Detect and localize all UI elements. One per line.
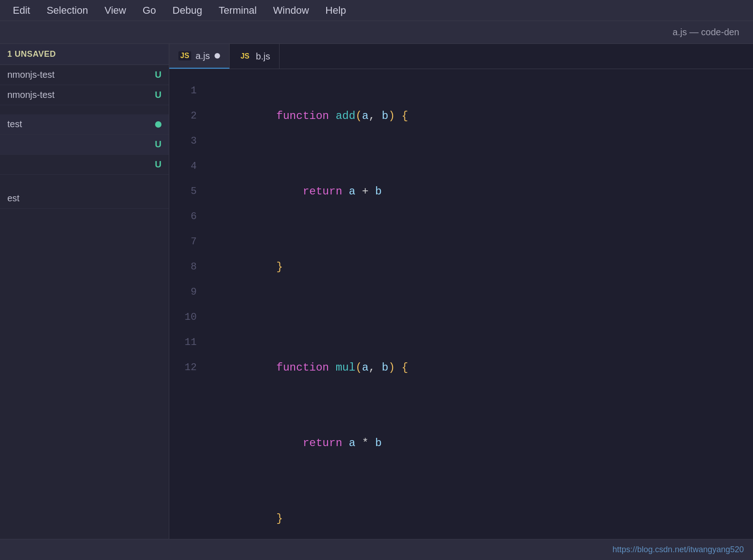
menu-bar: Edit Selection View Go Debug Terminal Wi…: [0, 0, 753, 21]
code-line-4: [210, 305, 744, 330]
line-num-10: 10: [169, 305, 206, 330]
line-num-12: 12: [169, 355, 206, 380]
main-layout: 1 UNSAVED nmonjs-test U nmonjs-test U te…: [0, 44, 753, 539]
line-num-5: 5: [169, 179, 206, 204]
line-num-1: 1: [169, 78, 206, 103]
modified-dot: [215, 53, 220, 59]
tab-b-js[interactable]: JS b.js: [230, 44, 280, 69]
unsaved-header: 1 UNSAVED: [0, 44, 169, 65]
code-line-5: function mul(a, b) {: [210, 330, 744, 405]
sidebar-item-name: est: [7, 193, 20, 204]
status-dot: [155, 121, 161, 128]
js-icon: JS: [178, 51, 191, 60]
tab-name: b.js: [256, 51, 270, 62]
list-item[interactable]: U: [0, 155, 169, 175]
code-line-6: return a * b: [210, 405, 744, 481]
line-num-7: 7: [169, 229, 206, 254]
tab-name: a.js: [196, 51, 210, 61]
tab-bar: JS a.js JS b.js: [169, 44, 753, 69]
code-line-1: function add(a, b) {: [210, 78, 744, 154]
line-num-8: 8: [169, 254, 206, 280]
list-item[interactable]: nmonjs-test U: [0, 65, 169, 85]
code-content[interactable]: function add(a, b) { return a + b } func…: [206, 69, 753, 539]
menu-go[interactable]: Go: [134, 2, 164, 19]
line-num-4: 4: [169, 154, 206, 179]
line-num-9: 9: [169, 280, 206, 305]
js-icon: JS: [239, 52, 252, 61]
code-line-7: }: [210, 481, 744, 539]
menu-edit[interactable]: Edit: [5, 2, 38, 19]
code-container[interactable]: 1 2 3 4 5 6 7 8 9 10 11 12 function add(…: [169, 69, 753, 539]
sidebar-item-name: nmonjs-test: [7, 90, 54, 100]
title-text: a.js — code-den: [672, 27, 739, 38]
sidebar: 1 UNSAVED nmonjs-test U nmonjs-test U te…: [0, 44, 169, 539]
sidebar-badge-u: U: [155, 159, 161, 170]
menu-selection[interactable]: Selection: [38, 2, 97, 19]
tab-a-js[interactable]: JS a.js: [169, 44, 230, 69]
line-numbers: 1 2 3 4 5 6 7 8 9 10 11 12: [169, 69, 206, 539]
menu-terminal[interactable]: Terminal: [210, 2, 265, 19]
line-num-11: 11: [169, 330, 206, 355]
code-line-2: return a + b: [210, 154, 744, 229]
list-item[interactable]: U: [0, 135, 169, 155]
sidebar-badge-u: U: [155, 70, 161, 80]
sidebar-item-name: test: [7, 119, 22, 129]
editor-area: JS a.js JS b.js 1 2 3 4 5 6 7 8 9 10: [169, 44, 753, 539]
sidebar-item-name: nmonjs-test: [7, 70, 54, 80]
menu-view[interactable]: View: [96, 2, 134, 19]
title-bar: a.js — code-den: [0, 21, 753, 44]
line-num-2: 2: [169, 103, 206, 129]
code-line-3: }: [210, 229, 744, 305]
sidebar-badge-u: U: [155, 139, 161, 150]
menu-help[interactable]: Help: [317, 2, 354, 19]
sidebar-badge-u: U: [155, 90, 161, 100]
list-item[interactable]: nmonjs-test U: [0, 85, 169, 105]
line-num-6: 6: [169, 204, 206, 229]
menu-window[interactable]: Window: [265, 2, 317, 19]
bottom-link: https://blog.csdn.net/itwangyang520: [613, 545, 744, 555]
bottom-bar: https://blog.csdn.net/itwangyang520: [0, 539, 753, 560]
list-item[interactable]: est: [0, 188, 169, 209]
menu-debug[interactable]: Debug: [164, 2, 210, 19]
line-num-3: 3: [169, 129, 206, 154]
sidebar-item-test[interactable]: test: [0, 114, 169, 135]
